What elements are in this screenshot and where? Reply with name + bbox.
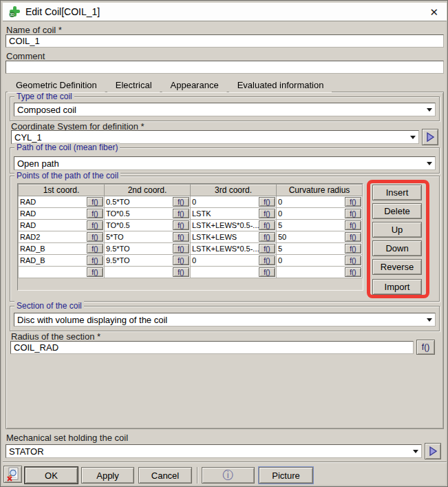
flux-3d-app-icon: 3D — [8, 6, 21, 18]
document-magnifier-icon — [6, 467, 20, 481]
window-title: Edit Coil[COIL_1] — [25, 6, 100, 17]
close-icon[interactable]: ✕ — [427, 6, 441, 19]
name-of-coil-label: Name of coil * — [6, 25, 62, 35]
apply-button[interactable]: Apply — [81, 467, 134, 484]
cancel-button[interactable]: Cancel — [138, 467, 192, 484]
ok-button[interactable]: OK — [25, 467, 78, 484]
tab-evaluated-information[interactable]: Evaluated information — [229, 78, 332, 92]
tab-geometric-definition[interactable]: Geometric Definition — [8, 76, 105, 92]
info-circle-icon: ⓘ — [223, 469, 234, 481]
tab-electrical[interactable]: Electrical — [107, 78, 160, 92]
check-physics-button[interactable] — [3, 466, 22, 483]
chevron-down-icon — [413, 450, 418, 453]
mechanical-set-select[interactable]: STATOR — [6, 444, 422, 458]
footer-divider — [3, 462, 447, 463]
comment-input[interactable] — [6, 61, 444, 74]
title-bar: 3D Edit Coil[COIL_1] ✕ — [3, 3, 447, 21]
edit-coil-dialog: 3D Edit Coil[COIL_1] ✕ Name of coil * Co… — [0, 0, 448, 487]
tab-appearance[interactable]: Appearance — [162, 78, 227, 92]
tab-label: Appearance — [171, 80, 219, 90]
tab-bar: Geometric Definition Electrical Appearan… — [8, 76, 334, 92]
mechanical-set-detail-button[interactable] — [425, 443, 441, 459]
help-button[interactable]: ⓘ — [202, 467, 255, 484]
name-of-coil-input[interactable] — [6, 34, 444, 48]
mechanical-set-label: Mechanical set holding the coil — [6, 433, 128, 443]
mechanical-set-value: STATOR — [9, 446, 410, 457]
svg-text:3D: 3D — [10, 12, 14, 17]
tab-label: Geometric Definition — [16, 80, 97, 90]
tab-label: Electrical — [116, 80, 152, 90]
picture-button[interactable]: Picture — [259, 467, 313, 484]
run-arrow-icon — [429, 446, 437, 456]
footer-separator — [197, 467, 198, 484]
comment-label: Comment — [6, 51, 45, 61]
geometric-definition-panel — [6, 92, 444, 429]
tab-label: Evaluated information — [237, 80, 324, 90]
